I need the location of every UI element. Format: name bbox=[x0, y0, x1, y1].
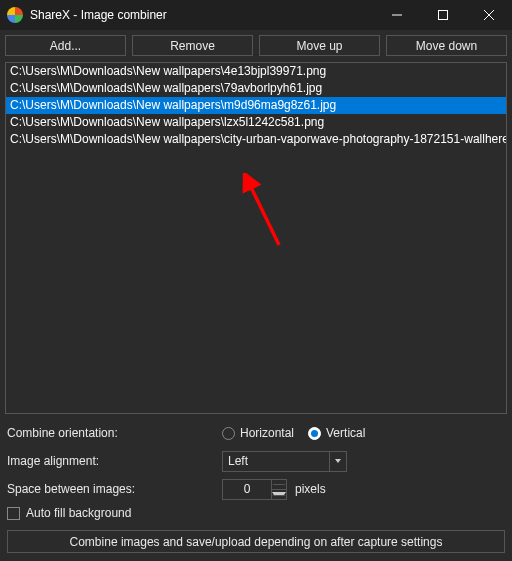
alignment-label: Image alignment: bbox=[7, 454, 222, 468]
list-item[interactable]: C:\Users\M\Downloads\New wallpapers\lzx5… bbox=[6, 114, 506, 131]
space-label: Space between images: bbox=[7, 482, 222, 496]
list-item[interactable]: C:\Users\M\Downloads\New wallpapers\79av… bbox=[6, 80, 506, 97]
moveup-button[interactable]: Move up bbox=[259, 35, 380, 56]
space-unit: pixels bbox=[295, 482, 326, 496]
spinner-up-icon[interactable] bbox=[272, 480, 286, 490]
alignment-select[interactable]: Left bbox=[222, 451, 347, 472]
annotation-arrow-icon bbox=[231, 173, 291, 253]
orientation-vertical-radio[interactable]: Vertical bbox=[308, 426, 365, 440]
list-item[interactable]: C:\Users\M\Downloads\New wallpapers\4e13… bbox=[6, 63, 506, 80]
close-button[interactable] bbox=[466, 0, 512, 30]
minimize-button[interactable] bbox=[374, 0, 420, 30]
chevron-down-icon bbox=[329, 452, 346, 471]
file-listbox[interactable]: C:\Users\M\Downloads\New wallpapers\4e13… bbox=[5, 62, 507, 414]
orientation-radio-group: Horizontal Vertical bbox=[222, 426, 365, 440]
orientation-horizontal-radio[interactable]: Horizontal bbox=[222, 426, 294, 440]
remove-button[interactable]: Remove bbox=[132, 35, 253, 56]
autofill-checkbox[interactable] bbox=[7, 507, 20, 520]
orientation-label: Combine orientation: bbox=[7, 426, 222, 440]
space-spinner[interactable]: 0 bbox=[222, 479, 287, 500]
window-title: ShareX - Image combiner bbox=[30, 8, 167, 22]
svg-line-1 bbox=[249, 183, 279, 245]
list-item[interactable]: C:\Users\M\Downloads\New wallpapers\m9d9… bbox=[6, 97, 506, 114]
toolbar: Add... Remove Move up Move down bbox=[5, 35, 507, 56]
maximize-button[interactable] bbox=[420, 0, 466, 30]
movedown-button[interactable]: Move down bbox=[386, 35, 507, 56]
add-button[interactable]: Add... bbox=[5, 35, 126, 56]
titlebar: ShareX - Image combiner bbox=[0, 0, 512, 30]
combine-button[interactable]: Combine images and save/upload depending… bbox=[7, 530, 505, 553]
spinner-down-icon[interactable] bbox=[272, 490, 286, 499]
list-item[interactable]: C:\Users\M\Downloads\New wallpapers\city… bbox=[6, 131, 506, 148]
sharex-icon bbox=[7, 7, 23, 23]
autofill-label: Auto fill background bbox=[26, 506, 131, 520]
svg-rect-0 bbox=[439, 11, 448, 20]
